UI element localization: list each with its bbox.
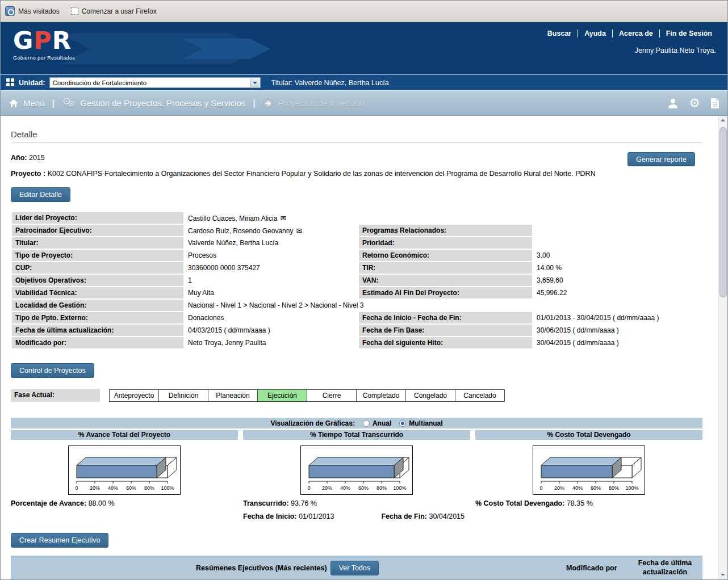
main-content: Detalle Año: 2015 Proyecto : K002 CONAFI… bbox=[11, 129, 702, 580]
document-icon[interactable] bbox=[710, 98, 719, 109]
scroll-down-button[interactable] bbox=[718, 570, 727, 579]
info-value: 45,996.22 bbox=[533, 287, 701, 299]
radio-anual[interactable]: Anual bbox=[363, 419, 391, 427]
edit-detail-button[interactable]: Editar Detalle bbox=[11, 187, 70, 202]
project-line: Proyecto : K002 CONAFIPS-Fortalecimiento… bbox=[11, 169, 603, 178]
info-value: 04/03/2015 ( dd/mm/aaaa ) bbox=[185, 325, 358, 336]
titular-text: Titular: Valverde Núñez, Bertha Lucía bbox=[271, 79, 389, 87]
info-label: Viabilidad Técnica: bbox=[12, 287, 183, 299]
email-icon[interactable]: ✉ bbox=[280, 214, 286, 222]
grid-icon bbox=[6, 78, 15, 87]
info-label: Tipo de Ppto. Externo: bbox=[12, 312, 183, 323]
info-row: CUP:30360000 0000 375427TIR:14.00 % bbox=[12, 262, 701, 274]
info-value: Neto Troya, Jenny Paulita bbox=[185, 337, 358, 348]
most-visited-icon bbox=[5, 6, 15, 16]
svg-text:60%: 60% bbox=[126, 485, 136, 491]
chart-panel: % Tiempo Total Transcurrido020%40%60%80%… bbox=[243, 430, 470, 520]
phase-item: Cierre bbox=[307, 389, 357, 402]
radio-icon bbox=[363, 420, 370, 427]
link-buscar[interactable]: Buscar bbox=[541, 30, 578, 37]
control-projects-button[interactable]: Control de Proyectos bbox=[11, 363, 94, 378]
phase-item: Anteproyecto bbox=[109, 389, 159, 402]
bookmark-label: Más visitados bbox=[18, 7, 60, 15]
info-label: Titular: bbox=[12, 237, 183, 249]
info-label: Patrocinador Ejecutivo: bbox=[12, 225, 183, 236]
info-value: Cardoso Ruiz, Rosendo Geovanny✉ bbox=[185, 225, 358, 236]
svg-text:20%: 20% bbox=[322, 485, 332, 491]
info-label: TIR: bbox=[359, 262, 532, 274]
info-row: Viabilidad Técnica:Muy AltaEstimado Al F… bbox=[12, 287, 701, 299]
svg-text:80%: 80% bbox=[609, 485, 619, 491]
phase-row: Fase Actual: AnteproyectoDefiniciónPlane… bbox=[11, 389, 702, 402]
nav-separator: | bbox=[52, 98, 55, 109]
nav-item-menu[interactable]: Menú bbox=[9, 98, 45, 108]
svg-text:40%: 40% bbox=[108, 485, 118, 491]
link-acerca-de[interactable]: Acerca de bbox=[612, 30, 659, 37]
radio-icon bbox=[399, 420, 406, 427]
info-label: VAN: bbox=[359, 275, 532, 286]
link-ayuda[interactable]: Ayuda bbox=[578, 30, 612, 37]
chart-title: % Costo Total Devengado bbox=[475, 430, 702, 440]
info-label: Fecha del siguiente Hito: bbox=[359, 337, 532, 348]
year-value: 2015 bbox=[29, 154, 45, 162]
gears-icon: ⚙⚙ bbox=[62, 97, 76, 110]
info-value bbox=[533, 225, 701, 236]
svg-text:100%: 100% bbox=[625, 485, 638, 491]
info-label: Prioridad: bbox=[359, 237, 532, 249]
phase-item: Definición bbox=[158, 389, 208, 402]
info-row: Localidad de Gestión:Nacional - Nivel 1 … bbox=[12, 300, 701, 311]
column-last-update: Fecha de última actualización bbox=[631, 559, 699, 577]
info-row: Fecha de última actualización:04/03/2015… bbox=[12, 325, 701, 336]
info-label: Fecha de Inicio - Fecha de Fin: bbox=[359, 312, 532, 323]
radio-multianual[interactable]: Multianual bbox=[399, 419, 442, 427]
info-value: Donaciones bbox=[185, 312, 358, 323]
info-row: Titular:Valverde Núñez, Bertha LucíaPrio… bbox=[12, 237, 701, 249]
dropdown-arrow-icon[interactable] bbox=[250, 78, 260, 87]
gear-icon[interactable]: ⚙ bbox=[689, 98, 700, 109]
header-links: Buscar Ayuda Acerca de Fin de Sesión bbox=[541, 30, 718, 37]
info-value: Valverde Núñez, Bertha Lucía bbox=[185, 237, 358, 249]
view-all-button[interactable]: Ver Todos bbox=[330, 561, 379, 575]
unit-select[interactable]: Coordinación de Fortalecimiento bbox=[49, 77, 261, 88]
title-divider bbox=[11, 142, 702, 143]
user-icon[interactable] bbox=[667, 98, 679, 109]
charts-header-label: Visualización de Gráficas: bbox=[270, 419, 355, 427]
create-summary-button[interactable]: Crear Resumen Ejecutivo bbox=[11, 533, 108, 548]
gauge-chart: 020%40%60%80%100% bbox=[533, 445, 645, 495]
charts-row: % Avance Total del Proyecto020%40%60%80%… bbox=[11, 430, 702, 520]
info-label: Objetivos Operativos: bbox=[12, 275, 183, 286]
info-value: Castillo Cuaces, Miriam Alicia✉ bbox=[185, 212, 701, 224]
placeholder-bookmark-icon bbox=[71, 7, 78, 15]
info-row: Modificado por:Neto Troya, Jenny Paulita… bbox=[12, 337, 701, 348]
info-row: Tipo de Ppto. Externo:DonacionesFecha de… bbox=[12, 312, 701, 323]
column-modified-by: Modificado por bbox=[566, 564, 617, 572]
svg-text:100%: 100% bbox=[161, 485, 174, 491]
link-fin-de-sesion[interactable]: Fin de Sesión bbox=[659, 30, 718, 37]
svg-text:60%: 60% bbox=[358, 485, 369, 491]
nav-item-gestion-proyectos[interactable]: ⚙⚙ Gestión de Proyectos, Procesos y Serv… bbox=[62, 97, 245, 110]
generate-report-button[interactable]: Generar reporte bbox=[627, 152, 695, 166]
info-value: 01/01/2013 - 30/04/2015 ( dd/mm/aaaa ) bbox=[533, 312, 701, 323]
chart-title: % Avance Total del Proyecto bbox=[11, 430, 238, 440]
info-row: Tipo de Proyecto:ProcesosRetorno Económi… bbox=[12, 250, 701, 261]
info-label: CUP: bbox=[12, 262, 183, 274]
scroll-up-button[interactable] bbox=[718, 116, 727, 125]
bookmark-most-visited[interactable]: Más visitados bbox=[5, 6, 60, 16]
summaries-title: Resúmenes Ejecutivos (Más recientes) bbox=[196, 564, 327, 572]
scrollbar[interactable] bbox=[718, 116, 727, 579]
logo-subtitle: Gobierno por Resultados bbox=[13, 55, 75, 61]
gauge-chart: 020%40%60%80%100% bbox=[300, 445, 413, 495]
info-label: Retorno Económico: bbox=[359, 250, 532, 261]
scroll-thumb[interactable] bbox=[719, 127, 727, 297]
phase-bar: AnteproyectoDefiniciónPlaneaciónEjecució… bbox=[109, 389, 505, 402]
logo-text: GPR bbox=[13, 27, 75, 54]
project-label: Proyecto : bbox=[11, 170, 45, 178]
arrow-circle-icon bbox=[263, 98, 273, 108]
email-icon[interactable]: ✉ bbox=[296, 226, 302, 235]
year-line: Año: 2015 bbox=[11, 153, 603, 162]
phase-label: Fase Actual: bbox=[11, 389, 100, 402]
bookmark-getting-started[interactable]: Comenzar a usar Firefox bbox=[71, 7, 157, 15]
chart-dates: Fecha de Inicio: 01/01/2013Fecha de Fin:… bbox=[243, 512, 470, 520]
bookmark-label: Comenzar a usar Firefox bbox=[82, 7, 157, 15]
nav-item-proyectos-inversion[interactable]: Proyectos de Inversión bbox=[263, 98, 365, 108]
